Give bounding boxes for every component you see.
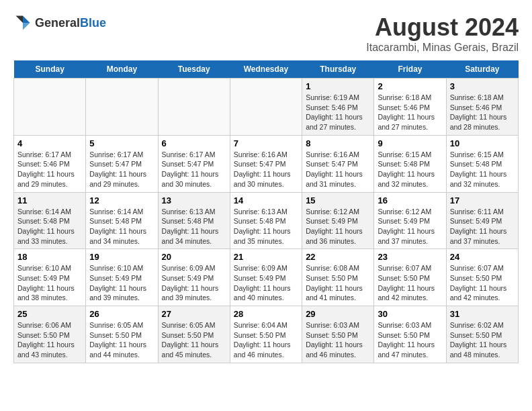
day-number: 25: [17, 309, 82, 319]
day-number: 19: [89, 252, 154, 262]
day-number: 13: [162, 195, 226, 205]
day-number: 15: [306, 195, 370, 205]
day-header-tuesday: Tuesday: [158, 60, 230, 79]
day-detail: Sunrise: 6:15 AM Sunset: 5:48 PM Dayligh…: [378, 150, 442, 189]
subtitle: Itacarambi, Minas Gerais, Brazil: [366, 42, 519, 54]
calendar-cell: 30Sunrise: 6:03 AM Sunset: 5:50 PM Dayli…: [374, 306, 446, 363]
svg-marker-1: [23, 23, 30, 30]
calendar-cell: 29Sunrise: 6:03 AM Sunset: 5:50 PM Dayli…: [302, 306, 374, 363]
day-detail: Sunrise: 6:16 AM Sunset: 5:47 PM Dayligh…: [234, 150, 298, 189]
calendar-cell: 8Sunrise: 6:16 AM Sunset: 5:47 PM Daylig…: [302, 135, 374, 192]
calendar-cell: 15Sunrise: 6:12 AM Sunset: 5:49 PM Dayli…: [302, 192, 374, 249]
calendar-cell: 17Sunrise: 6:11 AM Sunset: 5:49 PM Dayli…: [446, 192, 518, 249]
day-number: 17: [450, 195, 515, 205]
header: GeneralBlue August 2024 Itacarambi, Mina…: [13, 13, 519, 54]
calendar-cell: 26Sunrise: 6:05 AM Sunset: 5:50 PM Dayli…: [86, 306, 158, 363]
calendar-cell: 14Sunrise: 6:13 AM Sunset: 5:48 PM Dayli…: [230, 192, 302, 249]
calendar-cell: 9Sunrise: 6:15 AM Sunset: 5:48 PM Daylig…: [374, 135, 446, 192]
day-number: 21: [234, 252, 298, 262]
day-detail: Sunrise: 6:19 AM Sunset: 5:46 PM Dayligh…: [306, 93, 370, 132]
day-detail: Sunrise: 6:14 AM Sunset: 5:48 PM Dayligh…: [17, 207, 82, 246]
calendar-cell: 11Sunrise: 6:14 AM Sunset: 5:48 PM Dayli…: [14, 192, 86, 249]
day-detail: Sunrise: 6:16 AM Sunset: 5:47 PM Dayligh…: [306, 150, 370, 189]
day-detail: Sunrise: 6:18 AM Sunset: 5:46 PM Dayligh…: [450, 93, 515, 132]
day-number: 31: [450, 309, 515, 319]
day-header-thursday: Thursday: [302, 60, 374, 79]
day-header-sunday: Sunday: [14, 60, 86, 79]
calendar-cell: 31Sunrise: 6:02 AM Sunset: 5:50 PM Dayli…: [446, 306, 518, 363]
day-detail: Sunrise: 6:04 AM Sunset: 5:50 PM Dayligh…: [234, 320, 298, 360]
calendar-cell: 6Sunrise: 6:17 AM Sunset: 5:47 PM Daylig…: [158, 135, 230, 192]
day-number: 30: [378, 309, 442, 319]
calendar-cell: 3Sunrise: 6:18 AM Sunset: 5:46 PM Daylig…: [446, 79, 518, 136]
calendar-cell: 19Sunrise: 6:10 AM Sunset: 5:49 PM Dayli…: [86, 249, 158, 306]
calendar-cell: 22Sunrise: 6:08 AM Sunset: 5:50 PM Dayli…: [302, 249, 374, 306]
calendar-cell: 2Sunrise: 6:18 AM Sunset: 5:46 PM Daylig…: [374, 79, 446, 136]
day-detail: Sunrise: 6:06 AM Sunset: 5:50 PM Dayligh…: [17, 320, 82, 360]
day-number: 12: [89, 195, 154, 205]
day-detail: Sunrise: 6:13 AM Sunset: 5:48 PM Dayligh…: [234, 207, 298, 246]
day-detail: Sunrise: 6:10 AM Sunset: 5:49 PM Dayligh…: [89, 263, 154, 303]
day-detail: Sunrise: 6:09 AM Sunset: 5:49 PM Dayligh…: [162, 263, 226, 303]
day-detail: Sunrise: 6:17 AM Sunset: 5:47 PM Dayligh…: [162, 150, 226, 189]
day-number: 7: [234, 138, 298, 148]
calendar-cell: 21Sunrise: 6:09 AM Sunset: 5:49 PM Dayli…: [230, 249, 302, 306]
day-detail: Sunrise: 6:07 AM Sunset: 5:50 PM Dayligh…: [450, 263, 515, 303]
day-number: 20: [162, 252, 226, 262]
calendar-cell: 10Sunrise: 6:15 AM Sunset: 5:48 PM Dayli…: [446, 135, 518, 192]
day-detail: Sunrise: 6:02 AM Sunset: 5:50 PM Dayligh…: [450, 320, 515, 360]
day-detail: Sunrise: 6:10 AM Sunset: 5:49 PM Dayligh…: [17, 263, 82, 303]
day-number: 5: [89, 138, 154, 148]
day-number: 29: [306, 309, 370, 319]
day-header-row: SundayMondayTuesdayWednesdayThursdayFrid…: [14, 60, 519, 79]
day-number: 18: [17, 252, 82, 262]
day-number: 24: [450, 252, 515, 262]
day-header-wednesday: Wednesday: [230, 60, 302, 79]
calendar-cell: 5Sunrise: 6:17 AM Sunset: 5:47 PM Daylig…: [86, 135, 158, 192]
calendar-cell: 23Sunrise: 6:07 AM Sunset: 5:50 PM Dayli…: [374, 249, 446, 306]
day-detail: Sunrise: 6:12 AM Sunset: 5:49 PM Dayligh…: [378, 207, 442, 246]
day-header-friday: Friday: [374, 60, 446, 79]
day-number: 16: [378, 195, 442, 205]
day-detail: Sunrise: 6:13 AM Sunset: 5:48 PM Dayligh…: [162, 207, 226, 246]
week-row-5: 25Sunrise: 6:06 AM Sunset: 5:50 PM Dayli…: [14, 306, 519, 363]
calendar-cell: [14, 79, 86, 136]
calendar-cell: 1Sunrise: 6:19 AM Sunset: 5:46 PM Daylig…: [302, 79, 374, 136]
calendar-cell: 20Sunrise: 6:09 AM Sunset: 5:49 PM Dayli…: [158, 249, 230, 306]
day-number: 14: [234, 195, 298, 205]
svg-marker-2: [16, 16, 24, 24]
day-detail: Sunrise: 6:07 AM Sunset: 5:50 PM Dayligh…: [378, 263, 442, 303]
day-number: 2: [378, 81, 442, 91]
day-number: 10: [450, 138, 515, 148]
day-number: 28: [234, 309, 298, 319]
day-detail: Sunrise: 6:15 AM Sunset: 5:48 PM Dayligh…: [450, 150, 515, 189]
day-number: 22: [306, 252, 370, 262]
week-row-3: 11Sunrise: 6:14 AM Sunset: 5:48 PM Dayli…: [14, 192, 519, 249]
calendar-cell: 7Sunrise: 6:16 AM Sunset: 5:47 PM Daylig…: [230, 135, 302, 192]
day-number: 9: [378, 138, 442, 148]
day-number: 8: [306, 138, 370, 148]
day-header-monday: Monday: [86, 60, 158, 79]
day-detail: Sunrise: 6:14 AM Sunset: 5:48 PM Dayligh…: [89, 207, 154, 246]
day-detail: Sunrise: 6:08 AM Sunset: 5:50 PM Dayligh…: [306, 263, 370, 303]
day-detail: Sunrise: 6:05 AM Sunset: 5:50 PM Dayligh…: [89, 320, 154, 360]
day-detail: Sunrise: 6:03 AM Sunset: 5:50 PM Dayligh…: [306, 320, 370, 360]
calendar-cell: 25Sunrise: 6:06 AM Sunset: 5:50 PM Dayli…: [14, 306, 86, 363]
calendar-cell: 13Sunrise: 6:13 AM Sunset: 5:48 PM Dayli…: [158, 192, 230, 249]
day-number: 27: [162, 309, 226, 319]
day-number: 4: [17, 138, 82, 148]
week-row-4: 18Sunrise: 6:10 AM Sunset: 5:49 PM Dayli…: [14, 249, 519, 306]
day-detail: Sunrise: 6:11 AM Sunset: 5:49 PM Dayligh…: [450, 207, 515, 246]
calendar-cell: 27Sunrise: 6:05 AM Sunset: 5:50 PM Dayli…: [158, 306, 230, 363]
calendar-cell: 18Sunrise: 6:10 AM Sunset: 5:49 PM Dayli…: [14, 249, 86, 306]
logo-text-blue: Blue: [80, 16, 106, 30]
calendar-cell: [230, 79, 302, 136]
title-area: August 2024 Itacarambi, Minas Gerais, Br…: [366, 13, 519, 54]
day-detail: Sunrise: 6:17 AM Sunset: 5:46 PM Dayligh…: [17, 150, 82, 189]
day-detail: Sunrise: 6:17 AM Sunset: 5:47 PM Dayligh…: [89, 150, 154, 189]
calendar-cell: 12Sunrise: 6:14 AM Sunset: 5:48 PM Dayli…: [86, 192, 158, 249]
week-row-2: 4Sunrise: 6:17 AM Sunset: 5:46 PM Daylig…: [14, 135, 519, 192]
calendar-cell: 16Sunrise: 6:12 AM Sunset: 5:49 PM Dayli…: [374, 192, 446, 249]
calendar-cell: [158, 79, 230, 136]
svg-marker-0: [23, 16, 30, 24]
